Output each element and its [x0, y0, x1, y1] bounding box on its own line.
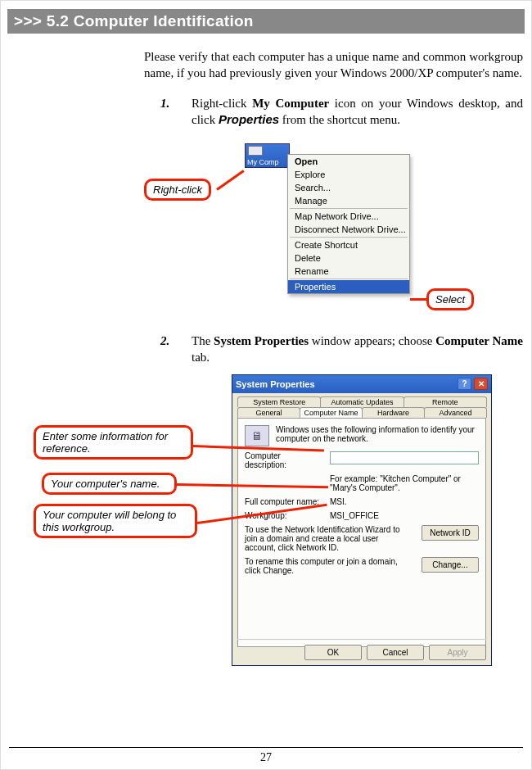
callout-computer-name: Your computer's name.: [42, 473, 177, 495]
network-id-text: To use the Network Identification Wizard…: [245, 525, 415, 552]
menu-item-disconnect-drive[interactable]: Disconnect Network Drive...: [288, 223, 409, 236]
step-text-bold: Computer Name: [435, 334, 523, 347]
callout-select: Select: [426, 288, 474, 310]
menu-item-properties[interactable]: Properties: [288, 280, 409, 293]
tab-system-restore[interactable]: System Restore: [237, 396, 321, 407]
my-computer-icon[interactable]: My Comp: [245, 143, 290, 168]
tab-computer-name[interactable]: Computer Name: [300, 407, 363, 418]
network-id-button[interactable]: Network ID: [422, 525, 479, 541]
tab-remote[interactable]: Remote: [404, 396, 487, 407]
tab-general[interactable]: General: [237, 407, 300, 418]
monitor-icon: [248, 146, 263, 156]
menu-item-create-shortcut[interactable]: Create Shortcut: [288, 238, 409, 251]
context-menu: Open Explore Search... Manage Map Networ…: [287, 154, 410, 294]
cancel-button[interactable]: Cancel: [367, 645, 424, 660]
footer-rule: [9, 747, 523, 748]
menu-item-map-drive[interactable]: Map Network Drive...: [288, 210, 409, 223]
close-icon[interactable]: ✕: [474, 378, 488, 390]
step-text-part: tab.: [192, 351, 210, 364]
step-text-part: Right-click: [192, 97, 252, 110]
computer-icon: 🖥: [245, 425, 269, 446]
step-text: Right-click My Computer icon on your Win…: [192, 95, 523, 129]
menu-item-explore[interactable]: Explore: [288, 168, 409, 181]
menu-item-rename[interactable]: Rename: [288, 265, 409, 278]
tab-advanced[interactable]: Advanced: [424, 407, 487, 418]
step-text-part: from the shortcut menu.: [279, 113, 400, 126]
step-text-bold: System Properties: [214, 334, 309, 347]
system-properties-window: System Properties ? ✕ System Restore Aut…: [232, 374, 492, 666]
change-text: To rename this computer or join a domain…: [245, 557, 415, 575]
menu-item-manage[interactable]: Manage: [288, 194, 409, 207]
section-header: >>> 5.2 Computer Identification: [7, 9, 525, 34]
help-icon[interactable]: ?: [458, 378, 471, 390]
dialog-button-bar: OK Cancel Apply: [237, 639, 486, 660]
info-text: Windows uses the following information t…: [276, 425, 479, 443]
step-text-bold: My Computer: [252, 97, 329, 110]
figure-system-properties: System Properties ? ✕ System Restore Aut…: [1, 374, 531, 677]
step-2: 2. The System Properties window appears;…: [160, 333, 523, 366]
my-computer-label: My Comp: [247, 158, 279, 166]
change-button[interactable]: Change...: [422, 557, 479, 573]
menu-item-open[interactable]: Open: [288, 155, 409, 168]
step-text-part: window appears; choose: [309, 334, 435, 347]
tab-automatic-updates[interactable]: Automatic Updates: [320, 396, 404, 407]
callout-right-click: Right-click: [144, 179, 211, 201]
intro-paragraph: Please verify that each computer has a u…: [144, 48, 523, 82]
menu-item-search[interactable]: Search...: [288, 181, 409, 194]
tab-panel: 🖥 Windows uses the following information…: [237, 418, 486, 647]
step-1: 1. Right-click My Computer icon on your …: [160, 95, 523, 129]
tab-row-1: System Restore Automatic Updates Remote: [237, 396, 486, 407]
window-title: System Properties: [236, 379, 315, 389]
step-text-bolditalic: Properties: [219, 112, 279, 126]
callout-arrow: [410, 298, 428, 301]
fullname-value: MSI.: [330, 497, 479, 506]
step-number: 1.: [160, 95, 192, 129]
step-number: 2.: [160, 333, 192, 366]
ok-button[interactable]: OK: [304, 645, 362, 660]
window-titlebar: System Properties ? ✕: [232, 375, 491, 393]
fullname-label: Full computer name:: [245, 497, 323, 506]
menu-separator: [290, 208, 408, 209]
menu-separator: [290, 279, 408, 279]
workgroup-value: MSI_OFFICE: [330, 511, 479, 520]
step-text: The System Properties window appears; ch…: [192, 333, 523, 366]
menu-separator: [290, 237, 408, 238]
page-number: 27: [1, 751, 531, 764]
tab-row-2: General Computer Name Hardware Advanced: [237, 407, 486, 418]
callout-workgroup: Your computer will belong to this workgr…: [34, 504, 197, 538]
computer-description-input[interactable]: [330, 451, 479, 464]
figure-context-menu: My Comp Open Explore Search... Manage Ma…: [1, 139, 531, 319]
tab-hardware[interactable]: Hardware: [362, 407, 425, 418]
desc-example: For example: "Kitchen Computer" or "Mary…: [330, 474, 479, 492]
apply-button[interactable]: Apply: [429, 645, 486, 660]
step-text-part: The: [192, 334, 214, 347]
callout-arrow: [216, 170, 244, 190]
callout-enter-info: Enter some information for reference.: [34, 425, 193, 460]
desc-label: Computer description:: [245, 451, 323, 469]
menu-item-delete[interactable]: Delete: [288, 251, 409, 265]
